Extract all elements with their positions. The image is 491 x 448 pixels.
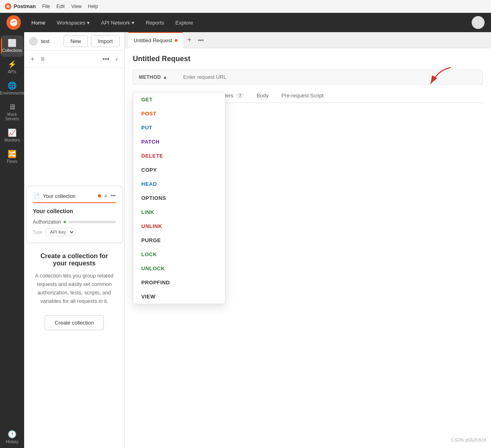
create-collection-button[interactable]: Create collection xyxy=(45,315,104,330)
collection-content: 📄 Your collecton + ••• Your collection A… xyxy=(24,68,124,448)
flows-icon: 🔀 xyxy=(8,150,17,158)
title-bar: Postman File Edit View Help xyxy=(0,0,491,13)
collections-icon: ⬜ xyxy=(8,39,17,47)
auth-status-dot xyxy=(64,221,66,223)
postman-icon xyxy=(5,3,11,10)
card-status-dot xyxy=(98,194,101,197)
nav-api-network[interactable]: API Network ▾ xyxy=(97,17,138,28)
history-icon: 🕐 xyxy=(8,431,17,438)
nav-reports[interactable]: Reports xyxy=(142,17,168,28)
menu-view[interactable]: View xyxy=(71,4,82,9)
sidebar-item-flows[interactable]: 🔀 Flows xyxy=(1,146,23,168)
more-options-button[interactable]: ••• xyxy=(101,54,111,64)
tab-modified-dot xyxy=(175,39,177,42)
request-title: Untitled Request xyxy=(133,55,483,63)
card-type-row: Type API Key xyxy=(33,228,116,236)
tabs-bar: Untitled Request + ••• xyxy=(125,32,491,48)
method-item-view[interactable]: VIEW xyxy=(133,290,225,304)
method-item-delete[interactable]: DELETE xyxy=(133,149,225,163)
mock-servers-icon: 🖥 xyxy=(8,103,16,111)
chevron-down-icon: ▾ xyxy=(132,20,134,26)
collections-panel: text New Import + ≡ ••• ‹ 📄 Your collect… xyxy=(24,32,125,448)
url-input[interactable] xyxy=(177,70,483,84)
method-item-link[interactable]: LINK xyxy=(133,205,225,219)
svg-point-0 xyxy=(6,5,10,8)
postman-logo xyxy=(6,15,21,30)
sidebar-item-environments[interactable]: 🌐 Environments xyxy=(1,78,23,99)
url-bar-container: METHOD ▲ xyxy=(133,70,483,84)
environments-icon: 🌐 xyxy=(8,82,17,89)
method-item-purge[interactable]: PURGE xyxy=(133,233,225,247)
sidebar-item-mock-servers[interactable]: 🖥 Mock Servers xyxy=(1,99,23,125)
menu-edit[interactable]: Edit xyxy=(56,4,65,9)
tab-pre-request[interactable]: Pre-request Script xyxy=(275,89,330,103)
card-more-icon[interactable]: ••• xyxy=(111,193,116,199)
sidebar-item-monitors[interactable]: 📈 Monitors xyxy=(1,125,23,146)
sidebar-item-collections[interactable]: ⬜ Collections xyxy=(1,35,23,57)
request-content: Untitled Request METHOD ▲ xyxy=(125,48,491,448)
new-button[interactable]: New xyxy=(64,35,88,47)
card-auth-row: Authorization xyxy=(33,219,116,225)
tabs-more-button[interactable]: ••• xyxy=(196,37,206,43)
user-avatar[interactable] xyxy=(472,16,485,29)
nav-explore[interactable]: Explore xyxy=(171,17,197,28)
method-selector-button[interactable]: METHOD ▲ xyxy=(133,70,177,84)
request-tab-active[interactable]: Untitled Request xyxy=(128,32,183,48)
new-tab-button[interactable]: + xyxy=(185,36,194,44)
method-item-propfind[interactable]: PROPFIND xyxy=(133,275,225,290)
watermark: CSDN @高尚B28 xyxy=(451,437,486,443)
monitors-icon: 📈 xyxy=(8,129,17,136)
url-bar: METHOD ▲ xyxy=(133,70,483,84)
auth-bar xyxy=(68,221,116,223)
menu-help[interactable]: Help xyxy=(88,4,98,9)
nav-home[interactable]: Home xyxy=(27,17,50,28)
sidebar-item-apis[interactable]: ⚡ APIs xyxy=(1,57,23,78)
method-item-options[interactable]: OPTIONS xyxy=(133,191,225,205)
card-body-title: Your collection xyxy=(33,208,116,214)
workspace-name: text xyxy=(41,38,60,44)
method-item-copy[interactable]: COPY xyxy=(133,163,225,177)
request-area: Untitled Request + ••• Untitled Request … xyxy=(125,32,491,448)
auth-label: Authorization xyxy=(33,219,61,225)
icon-sidebar: ⬜ Collections ⚡ APIs 🌐 Environments 🖥 Mo… xyxy=(0,32,24,448)
filter-button[interactable]: ≡ xyxy=(39,54,46,64)
collection-preview-card: 📄 Your collecton + ••• Your collection A… xyxy=(26,186,123,243)
title-bar-menus: File Edit View Help xyxy=(42,4,98,9)
sidebar-item-history[interactable]: 🕐 History xyxy=(1,427,23,448)
card-file-icon: 📄 xyxy=(33,193,40,199)
collapse-button[interactable]: ‹ xyxy=(114,54,120,64)
main-layout: ⬜ Collections ⚡ APIs 🌐 Environments 🖥 Mo… xyxy=(0,32,491,448)
workspace-avatar xyxy=(29,37,38,46)
headers-badge: 7 xyxy=(236,93,243,99)
method-item-unlink[interactable]: UNLINK xyxy=(133,219,225,233)
import-button[interactable]: Import xyxy=(91,35,120,47)
card-add-icon[interactable]: + xyxy=(104,193,107,199)
svg-point-2 xyxy=(10,19,17,26)
method-item-head[interactable]: HEAD xyxy=(133,177,225,191)
method-item-put[interactable]: PUT xyxy=(133,121,225,135)
create-collection-desc: A collection lets you group related requ… xyxy=(34,272,115,305)
method-item-unlock[interactable]: UNLOCK xyxy=(133,261,225,275)
method-item-lock[interactable]: LOCK xyxy=(133,247,225,261)
method-item-post[interactable]: POST xyxy=(133,107,225,121)
type-select[interactable]: API Key xyxy=(45,228,75,236)
top-nav: Home Workspaces ▾ API Network ▾ Reports … xyxy=(0,13,491,32)
chevron-down-icon: ▾ xyxy=(87,20,90,26)
create-collection-title: Create a collection for your requests xyxy=(34,253,115,267)
chevron-up-icon: ▲ xyxy=(163,74,167,80)
add-collection-button[interactable]: + xyxy=(29,54,36,64)
method-label: METHOD xyxy=(139,74,161,80)
apis-icon: ⚡ xyxy=(8,61,17,68)
tab-label: Untitled Request xyxy=(134,37,172,43)
app-logo: Postman xyxy=(5,3,36,10)
method-dropdown: GETPOSTPUTPATCHDELETECOPYHEADOPTIONSLINK… xyxy=(133,92,225,304)
method-item-get[interactable]: GET xyxy=(133,92,225,107)
nav-workspaces[interactable]: Workspaces ▾ xyxy=(53,17,94,28)
menu-file[interactable]: File xyxy=(42,4,50,9)
method-item-patch[interactable]: PATCH xyxy=(133,135,225,149)
card-header: 📄 Your collecton + ••• xyxy=(33,193,116,203)
tab-body[interactable]: Body xyxy=(250,89,275,103)
collections-toolbar: + ≡ ••• ‹ xyxy=(24,51,124,68)
